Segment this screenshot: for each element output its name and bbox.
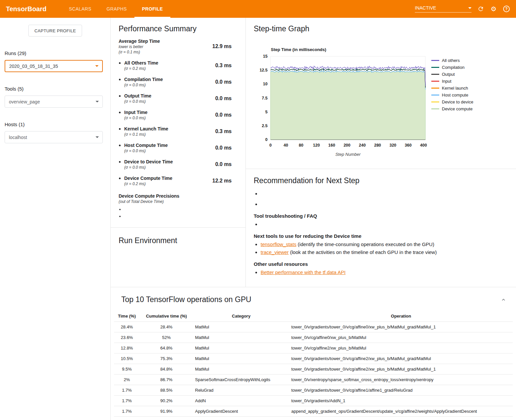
status-dropdown[interactable]: INACTIVE [415,5,472,13]
precisions-title: Device Compute Precisions [119,193,232,199]
legend-label: Host compute [442,93,468,98]
average-step-time-row: Average Step Time lower is better (σ = 0… [119,39,232,54]
cell-operation: append_apply_gradient_ops/GradientDescen… [289,406,513,417]
header-actions: INACTIVE ⚙ ? [415,5,516,13]
hosts-label: Hosts (1) [5,122,110,127]
metric-sigma: (σ = 0.0 ms) [124,149,168,153]
help-icon[interactable]: ? [503,5,510,13]
metric-value: 0.0 ms [212,112,232,118]
metric-row: All Others Time (σ = 0.2 ms) 0.3 ms [124,60,232,71]
cell-cumulative: 91.9% [140,406,193,417]
svg-text:40: 40 [283,143,288,148]
chevron-down-icon [95,65,99,67]
run-environment-title: Run Environment [119,236,238,245]
column-header-time: Time (%) [114,311,140,322]
cell-cumulative: 90.2% [140,396,193,406]
legend-label: Device compute [442,106,473,111]
cell-time: 1.7% [114,406,140,417]
cell-cumulative: 64.8% [140,343,193,353]
cell-time: 1.7% [114,385,140,396]
svg-text:10: 10 [263,82,268,86]
tab-scalars[interactable]: SCALARS [61,0,99,18]
legend-item-kernel-launch: Kernel launch [431,86,473,91]
question-mark-icon: ? [503,6,510,12]
column-header-operation: Operation [289,311,513,322]
svg-text:80: 80 [299,143,303,148]
tool-link[interactable]: tensorflow_stats [261,241,296,247]
top-ops-table: Time (%) Cumulative time (%) Category Op… [114,311,513,417]
next-tool-item: trace_viewer (look at the activities on … [261,249,508,255]
cell-operation: tower_0/v/gradients/tower_0/v/cg/affine2… [289,364,513,375]
faq-heading: Tool troubleshooting / FAQ [254,213,508,219]
refresh-icon[interactable] [477,5,484,13]
cell-cumulative: 86.7% [140,375,193,385]
cell-category: AddN [193,396,289,406]
hosts-dropdown[interactable]: localhost [5,131,103,143]
resource-link[interactable]: Better performance with the tf.data API [261,269,346,275]
tab-profile[interactable]: PROFILE [134,0,170,18]
cell-category: SparseSoftmaxCrossEntropyWithLogits [193,375,289,385]
tool-description: (look at the activities on the timeline … [289,249,437,255]
cell-operation: tower_0/v/cg/affine2/xw_plus_b/MatMul [289,343,513,353]
cell-category: MatMul [193,364,289,375]
legend-swatch [431,81,439,82]
table-row: 28.4% 28.4% MatMul tower_0/v/gradients/t… [114,322,513,332]
legend-label: Compilation [442,65,465,70]
metric-sigma: (σ = 0.2 ms) [124,182,172,186]
performance-summary-title: Performance Summary [119,24,232,33]
recommendation-title: Recommendation for Next Step [254,176,508,185]
faq-list [254,221,508,227]
chevron-down-icon [96,136,99,138]
metric-row: Kernel Launch Time (σ = 0.1 ms) 0.3 ms [124,126,232,137]
metric-label: Output Time [124,93,151,98]
legend-label: Kernel launch [442,86,468,91]
runs-dropdown[interactable]: 2020_03_05_18_31_35 [5,60,103,72]
legend-label: Output [442,72,455,77]
cell-category: MatMul [193,322,289,332]
recommendation-bullet [261,201,508,207]
performance-summary-section: Performance Summary Average Step Time lo… [111,18,245,228]
cell-time: 1.7% [114,396,140,406]
hosts-dropdown-value: localhost [9,135,27,140]
cell-cumulative: 52% [140,332,193,343]
metric-note: lower is better [119,44,160,49]
tool-link[interactable]: trace_viewer [261,249,289,255]
svg-text:400: 400 [420,143,427,148]
legend-item-compilation: Compilation [431,65,473,70]
svg-text:200: 200 [344,143,351,148]
metric-sigma: (σ = 0.0 ms) [124,99,151,104]
cell-time: 9.5% [114,364,140,375]
cell-time: 2% [114,375,140,385]
metric-label: All Others Time [124,60,158,66]
cell-cumulative: 28.4% [140,322,193,332]
tab-graphs[interactable]: GRAPHS [99,0,134,18]
svg-text:15: 15 [263,54,268,59]
tool-description: (identify the time-consuming operations … [296,241,434,247]
metric-sigma: (σ = 0.0 ms) [124,165,173,170]
legend-item-all-others: All others [431,58,473,63]
tools-dropdown[interactable]: overview_page [5,96,103,108]
top-ops-section: Top 10 TensorFlow operations on GPU Time… [111,287,516,417]
metric-sigma: (σ = 0.0 ms) [124,83,163,87]
app-header: TensorBoard SCALARS GRAPHS PROFILE INACT… [0,0,516,18]
capture-profile-button[interactable]: CAPTURE PROFILE [28,25,82,37]
metric-label: Average Step Time [119,39,160,44]
legend-swatch [431,95,439,96]
table-header-row: Time (%) Cumulative time (%) Category Op… [114,311,513,322]
recommendation-bullets [254,190,508,207]
settings-gear-icon[interactable]: ⚙ [490,5,497,13]
next-tool-item: tensorflow_stats (identify the time-cons… [261,241,508,247]
metric-value: 0.3 ms [212,63,232,69]
other-resources-heading: Other useful resources [254,261,508,267]
page-layout: CAPTURE PROFILE Runs (29) 2020_03_05_18_… [0,18,516,420]
svg-text:12.5: 12.5 [260,68,268,72]
legend-item-input: Input [431,79,473,84]
recommendation-bullet [261,190,508,197]
cell-operation: tower_0/v/xentropy/sparse_softmax_cross_… [289,375,513,385]
chevron-up-icon[interactable] [500,296,507,304]
summary-column: Performance Summary Average Step Time lo… [111,18,246,287]
cell-time: 23.6% [114,332,140,343]
metric-sigma: (σ = 0.0 ms) [124,116,148,120]
metric-value: 0.3 ms [212,128,232,134]
table-row: 1.7% 90.2% AddN tower_0/v/gradients/AddN… [114,396,513,406]
